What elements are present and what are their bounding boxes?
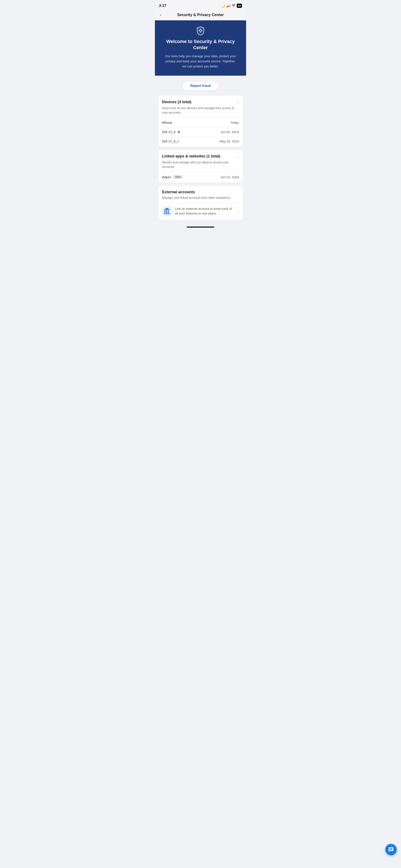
external-accounts-card-subtitle: Manage your linked accounts from other i… [162,195,239,200]
linked-apps-chevron-icon: › [238,154,239,159]
external-link-item[interactable]: Link an external account to keep track o… [162,203,239,217]
device-item: iOS 17_4_1 May 28, 2024 [162,137,239,144]
device-item: iOS 17_4 Jun 02, 2024 [162,127,239,137]
linked-apps-card-subtitle: Monitor and manage who you allow to acce… [162,160,239,169]
nav-header: ‹ Security & Privacy Center [155,10,246,20]
home-indicator [155,224,246,231]
bank-icon [162,206,172,216]
device-date-ios174: Jun 02, 2024 [221,130,239,134]
shield-icon [196,26,205,36]
report-fraud-container: Report fraud [158,80,243,93]
linked-apps-card-header[interactable]: Linked apps & websites (1 total) › [162,154,239,159]
wifi-icon [232,4,235,7]
hero-title: Welcome to Security & Privacy Center [160,38,241,51]
app-item: Adyen New Jun 02, 2024 [162,172,239,180]
device-list: iPhone Today iOS 17_4 Jun 02, 2024 iOS 1… [162,118,239,144]
svg-rect-5 [168,210,169,213]
device-date-ios1741: May 28, 2024 [220,140,239,143]
external-chevron-icon: › [238,209,239,213]
status-bar: 2:17 🌙 54 [155,0,246,10]
linked-apps-card: Linked apps & websites (1 total) › Monit… [158,150,243,183]
devices-card: Devices (3 total) › Keep track of your d… [158,96,243,147]
devices-card-header[interactable]: Devices (3 total) › [162,100,239,105]
device-name-iphone: iPhone [162,121,172,124]
linked-apps-card-title: Linked apps & websites (1 total) [162,154,238,158]
devices-card-subtitle: Keep track of your devices and manage th… [162,106,239,115]
app-date-adyen: Jun 02, 2024 [221,175,239,179]
hero-banner: Welcome to Security & Privacy Center Our… [155,20,246,76]
report-fraud-button[interactable]: Report fraud [182,81,219,91]
app-name-adyen: Adyen New [162,175,183,179]
external-accounts-card-title: External accounts [162,190,239,194]
external-link-text: Link an external account to keep track o… [175,207,235,216]
svg-rect-3 [165,210,165,213]
hero-description: Our tools help you manage your data, pro… [165,54,236,69]
external-accounts-card-header: External accounts [162,190,239,194]
device-name-ios1741: iOS 17_4_1 [162,140,179,143]
device-item: iPhone Today [162,118,239,127]
content-area: Report fraud Devices (3 total) › Keep tr… [155,76,246,224]
devices-card-title: Devices (3 total) [162,100,238,104]
back-button[interactable]: ‹ [159,11,162,19]
device-active-dot [178,131,180,133]
device-date-iphone: Today [230,121,239,124]
page-title: Security & Privacy Center [177,13,224,17]
status-icons: 🌙 54 [221,4,242,8]
svg-rect-4 [166,210,167,213]
moon-icon: 🌙 [221,4,225,8]
status-time: 2:17 [159,4,166,8]
svg-rect-6 [164,213,170,214]
devices-chevron-icon: › [238,100,239,105]
new-badge: New [173,175,183,179]
signal-icon [227,4,230,7]
device-name-ios174: iOS 17_4 [162,130,180,134]
external-accounts-card: External accounts Manage your linked acc… [158,186,243,220]
home-bar [187,226,214,227]
battery-icon: 54 [237,4,242,8]
